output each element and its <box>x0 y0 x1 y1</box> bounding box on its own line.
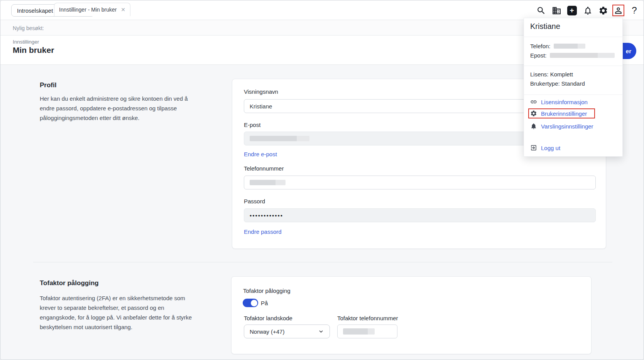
twofactor-phone-input[interactable] <box>337 325 397 338</box>
notification-settings-link[interactable]: Varslingsinnstillinger <box>530 123 593 130</box>
help-glyph: ? <box>632 5 637 16</box>
password-dots: •••••••••••• <box>250 212 283 219</box>
user-menu-panel: Kristiane Telefon: Epost: Lisens: Komple… <box>524 18 623 157</box>
license-information-link[interactable]: Lisensinformasjon <box>530 98 588 105</box>
section-divider <box>33 262 612 262</box>
phone-label: Telefonnummer <box>244 165 284 172</box>
user-email-row: Epost: <box>530 52 615 59</box>
change-email-link[interactable]: Endre e-post <box>244 151 277 157</box>
twofactor-toggle-state: På <box>261 300 268 306</box>
redacted-phone-value <box>250 180 286 185</box>
twofactor-phone-label: Tofaktor telefonnummer <box>337 315 398 321</box>
company-building-icon[interactable] <box>551 5 561 15</box>
twofactor-toggle[interactable] <box>243 299 258 307</box>
bell-icon <box>530 123 537 130</box>
tab-label: Innstillinger - Min bruker <box>59 7 117 13</box>
license-information-label: Lisensinformasjon <box>541 99 588 105</box>
page-title: Min bruker <box>13 46 54 55</box>
plus-glyph: + <box>567 6 577 15</box>
chevron-down-icon <box>318 328 324 335</box>
help-icon[interactable]: ? <box>629 5 639 15</box>
redacted-user-phone <box>554 44 585 49</box>
country-code-value: Norway (+47) <box>250 328 284 335</box>
phone-input[interactable] <box>244 176 596 189</box>
country-code-select[interactable]: Norway (+47) <box>244 325 330 338</box>
twofactor-section-heading: Tofaktor pålogging <box>40 279 99 287</box>
user-settings-label: Brukerinnstillinger <box>541 110 587 117</box>
email-label: Epost: <box>530 52 547 59</box>
user-name: Kristiane <box>530 22 560 31</box>
logout-icon <box>530 144 537 151</box>
close-icon[interactable]: ✕ <box>121 7 125 13</box>
breadcrumb: Innstillinger <box>13 39 39 45</box>
twofactor-card: Tofaktor pålogging På Tofaktor landskode… <box>231 276 592 354</box>
license-info: Lisens: Komplett <box>530 71 573 78</box>
profile-section-heading: Profil <box>40 81 56 89</box>
search-icon[interactable] <box>536 5 546 15</box>
password-input-disabled: •••••••••••• <box>244 208 596 222</box>
profile-section-description: Her kan du enkelt administrere og sikre … <box>40 94 229 123</box>
redacted-user-email <box>550 53 615 58</box>
redacted-twofactor-phone-value <box>343 328 375 335</box>
display-name-label: Visningsnavn <box>244 88 278 95</box>
person-icon <box>614 6 623 15</box>
twofactor-toggle-label: Tofaktor pålogging <box>243 287 291 294</box>
email-label: E-post <box>244 122 260 128</box>
menu-divider <box>524 37 622 37</box>
link-icon <box>530 98 537 105</box>
app-window: Introselskapet AS 2024 + ? Nylig besøkt: <box>0 0 644 360</box>
tab-innstillinger-min-bruker[interactable]: Innstillinger - Min bruker ✕ <box>54 3 130 16</box>
gear-icon[interactable] <box>598 5 608 15</box>
quick-add-icon[interactable]: + <box>567 5 577 15</box>
user-profile-icon[interactable] <box>612 5 624 16</box>
user-type-info: Brukertype: Standard <box>530 80 585 87</box>
phone-label: Telefon: <box>530 43 551 49</box>
password-label: Passord <box>244 198 265 205</box>
logout-label: Logg ut <box>541 145 560 151</box>
country-code-label: Tofaktor landskode <box>244 315 292 321</box>
menu-divider <box>524 95 622 95</box>
twofactor-section-description: Tofaktor autentisering (2FA) er en sikke… <box>40 293 233 332</box>
change-password-link[interactable]: Endre passord <box>244 228 282 235</box>
user-phone-row: Telefon: <box>530 43 585 49</box>
logout-link[interactable]: Logg ut <box>530 144 560 151</box>
save-button-visible-label: er <box>626 48 631 54</box>
redacted-email-value <box>250 136 309 141</box>
notifications-bell-icon[interactable] <box>583 5 593 15</box>
menu-divider <box>524 66 622 66</box>
gear-icon <box>530 110 537 117</box>
user-settings-link[interactable]: Brukerinnstillinger <box>530 110 587 117</box>
notification-settings-label: Varslingsinnstillinger <box>541 123 593 130</box>
recently-visited-label: Nylig besøkt: <box>13 25 44 31</box>
